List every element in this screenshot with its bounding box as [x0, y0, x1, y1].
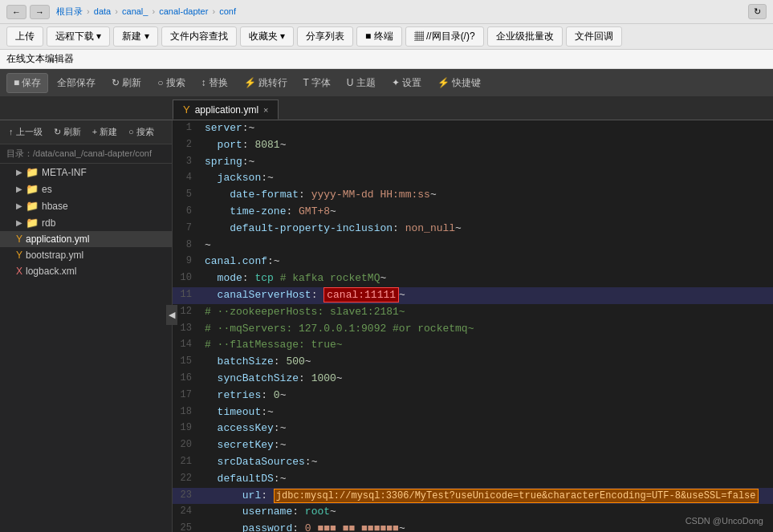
page-refresh-button[interactable]: ↻: [748, 4, 767, 19]
settings-button[interactable]: ✦ 设置: [384, 73, 429, 93]
breadcrumb-adapter[interactable]: canal-dapter: [159, 6, 208, 16]
shortcuts-label: 快捷键: [452, 76, 481, 90]
sidebar-collapse-button[interactable]: ◀: [166, 305, 173, 325]
sep2: ›: [115, 6, 120, 16]
code-line-10: 10 mode: tcp # kafka rocketMQ~: [173, 270, 773, 287]
file-content-search-label: 文件内容查找: [170, 30, 228, 43]
sidebar-item-application-yml[interactable]: Y application.yml: [0, 231, 172, 247]
sidebar-item-bootstrap-yml[interactable]: Y bootstrap.yml: [0, 247, 172, 263]
breadcrumb-canal[interactable]: canal_: [122, 6, 148, 16]
expand-arrow-hbase: ▶: [16, 201, 22, 210]
back-button[interactable]: ←: [6, 5, 26, 19]
breadcrumb-data[interactable]: data: [94, 6, 111, 16]
line-content-19: accessKey:~: [198, 420, 773, 437]
editor-action-bar: ■ 保存 全部保存 ↻ 刷新 ○ 搜索 ↕ 替换 ⚡ 跳转行 T 字体 U 主: [0, 69, 773, 96]
sidebar-search-button[interactable]: ○ 搜索: [124, 124, 158, 140]
line-num-7: 7: [173, 221, 198, 236]
code-line-6: 6 time-zone: GMT+8~: [173, 204, 773, 221]
code-line-3: 3 spring:~: [173, 154, 773, 171]
line-num-16: 16: [173, 371, 198, 386]
sidebar-refresh-button[interactable]: ↻ 刷新: [50, 124, 85, 140]
line-content-18: timeout:~: [198, 404, 773, 421]
network-button[interactable]: ▦ //网目录(/)?: [405, 26, 484, 47]
line-num-6: 6: [173, 204, 198, 219]
replace-label: 替换: [209, 76, 228, 90]
folder-icon-rdb: 📁: [26, 217, 39, 229]
replace-button[interactable]: ↕ 替换: [194, 73, 235, 93]
top-nav-bar: ← → 根目录 › data › canal_ › canal-dapter ›…: [0, 0, 773, 24]
forward-button[interactable]: →: [30, 5, 50, 19]
tab-close-button[interactable]: ×: [263, 105, 268, 115]
bookmark-button[interactable]: 收藏夹 ▾: [240, 26, 294, 47]
shortcuts-icon: ⚡: [437, 77, 450, 88]
font-button[interactable]: T 字体: [296, 73, 338, 93]
line-content-1: server:~: [198, 120, 773, 137]
share-list-button[interactable]: 分享列表: [297, 26, 353, 47]
code-line-22: 22 defaultDS:~: [173, 471, 773, 488]
code-line-25: 25 password: 0 ■■■ ■■ ■■■■■■~: [173, 521, 773, 532]
shortcuts-button[interactable]: ⚡ 快捷键: [430, 73, 488, 93]
line-num-24: 24: [173, 504, 198, 519]
code-line-23: 23 url: jdbc:mysql://mysql:3306/MyTest?u…: [173, 488, 773, 505]
sidebar-up-button[interactable]: ↑ 上一级: [5, 124, 47, 140]
file-callback-label: 文件回调: [575, 30, 613, 43]
terminal-button[interactable]: ■ 终端: [356, 26, 402, 47]
tab-yml-icon: Y: [183, 104, 190, 116]
upload-button[interactable]: 上传: [6, 26, 43, 47]
font-icon: T: [303, 77, 309, 88]
breadcrumb-home[interactable]: 根目录: [56, 6, 83, 16]
line-num-8: 8: [173, 238, 198, 253]
line-content-22: defaultDS:~: [198, 471, 773, 488]
remote-download-button[interactable]: 远程下载 ▾: [47, 26, 110, 47]
code-line-14: 14 # ··flatMessage: true~: [173, 337, 773, 354]
file-manager-toolbar: 上传 远程下载 ▾ 新建 ▾ 文件内容查找 收藏夹 ▾ 分享列表 ■ 终端 ▦ …: [0, 24, 773, 50]
settings-icon: ✦: [392, 77, 400, 88]
line-num-2: 2: [173, 137, 198, 152]
code-line-11: 11 canalServerHost: canal:11111~: [173, 287, 773, 304]
watermark: CSDN @UncoDong: [686, 516, 763, 526]
refresh-label: 刷新: [122, 76, 141, 90]
jump-button[interactable]: ⚡ 跳转行: [237, 73, 295, 93]
theme-icon: U: [347, 77, 354, 88]
sidebar-item-es[interactable]: ▶ 📁 es: [0, 181, 172, 197]
sidebar-item-hbase[interactable]: ▶ 📁 hbase: [0, 197, 172, 214]
save-button[interactable]: ■ 保存: [6, 73, 48, 93]
line-content-23: url: jdbc:mysql://mysql:3306/MyTest?useU…: [198, 488, 773, 505]
line-num-17: 17: [173, 388, 198, 403]
line-num-9: 9: [173, 254, 198, 269]
save-all-button[interactable]: 全部保存: [50, 73, 103, 93]
sidebar-item-rdb[interactable]: ▶ 📁 rdb: [0, 214, 172, 231]
enterprise-edit-label: 企业级批量改: [496, 30, 554, 43]
theme-button[interactable]: U 主题: [340, 73, 383, 93]
file-content-search-button[interactable]: 文件内容查找: [161, 26, 237, 47]
terminal-label: ■ 终端: [365, 30, 393, 43]
line-num-18: 18: [173, 404, 198, 420]
sidebar-new-button[interactable]: + 新建: [88, 124, 121, 140]
breadcrumb-conf[interactable]: conf: [219, 6, 236, 16]
code-content[interactable]: 1 server:~ 2 port: 8081~ 3 spring:~ 4 ja…: [173, 120, 773, 532]
line-content-10: mode: tcp # kafka rocketMQ~: [198, 270, 773, 287]
tab-name: application.yml: [195, 104, 258, 116]
sidebar-item-meta-inf[interactable]: ▶ 📁 META-INF: [0, 164, 172, 181]
yml-icon-bootstrap: Y: [16, 250, 22, 261]
line-content-4: jackson:~: [198, 170, 773, 187]
line-num-23: 23: [173, 488, 198, 503]
sidebar-label-logback-xml: logback.xml: [26, 266, 76, 277]
refresh-button[interactable]: ↻ 刷新: [104, 73, 148, 93]
share-list-label: 分享列表: [306, 30, 344, 43]
sidebar-item-logback-xml[interactable]: X logback.xml: [0, 263, 172, 279]
new-button[interactable]: 新建 ▾: [113, 26, 157, 47]
search-button[interactable]: ○ 搜索: [150, 73, 192, 93]
file-tab-application-yml[interactable]: Y application.yml ×: [173, 99, 279, 120]
sep1: ›: [87, 6, 92, 16]
folder-icon-hbase: 📁: [26, 200, 39, 212]
save-icon: ■: [14, 77, 19, 88]
expand-arrow-rdb: ▶: [16, 218, 22, 227]
code-line-19: 19 accessKey:~: [173, 420, 773, 437]
sidebar-label-bootstrap-yml: bootstrap.yml: [26, 250, 83, 261]
sidebar-label-hbase: hbase: [42, 201, 68, 212]
enterprise-edit-button[interactable]: 企业级批量改: [487, 26, 563, 47]
line-num-20: 20: [173, 437, 198, 453]
file-callback-button[interactable]: 文件回调: [566, 26, 622, 47]
folder-icon-meta-inf: 📁: [26, 166, 39, 178]
